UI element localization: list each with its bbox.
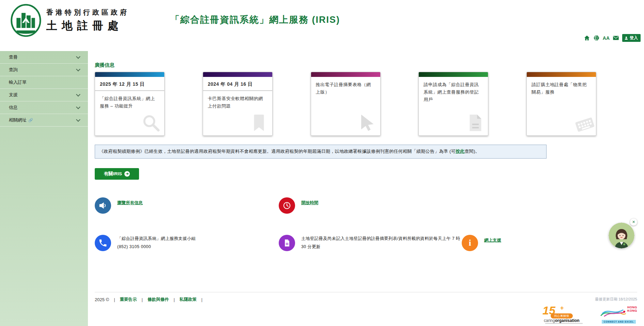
footer: 2025 © | 重要告示 | 條款與條件 | 私隱政策 | 最後更新日期 18… — [95, 292, 637, 324]
notice-click-here-link[interactable]: 按此 — [456, 149, 465, 154]
footer-links: 2025 © | 重要告示 | 條款與條件 | 私隱政策 | — [95, 297, 202, 303]
broadcast-card-iris-upgrade[interactable]: 2025 年 12 月 15 日 「綜合註冊資訊系統」網上服務 – 功能提升 — [95, 72, 165, 136]
arrow-right-icon: ➜ — [124, 171, 130, 177]
footer-logos: 15 + 同心展關懷 caringorganisation — [540, 305, 637, 324]
card-accent-bar — [311, 72, 380, 77]
chatbot-avatar[interactable] — [609, 223, 634, 248]
card-date: 2024 年 04 月 16 日 — [203, 77, 272, 91]
dept-title-block: 香港特別行政區政府 土地註冊處 — [46, 8, 129, 33]
sidebar-item-label: 輸入訂單 — [9, 79, 27, 85]
sidebar-item-label: 查冊 — [9, 54, 18, 60]
separator: | — [201, 297, 202, 302]
header-toolbar: AA 登入 — [584, 34, 641, 42]
info-icon[interactable]: i — [462, 235, 478, 251]
home-icon[interactable] — [584, 35, 590, 41]
magnifier-icon — [141, 113, 161, 133]
sidebar-item-input-order[interactable]: 輸入訂單 — [0, 76, 88, 89]
online-support-link[interactable]: 網上支援 — [484, 238, 501, 243]
about-iris-label: 有關IRIS — [104, 171, 122, 177]
brandhk-tagline: CONNECT AND EXCEL — [602, 320, 636, 324]
card-text: 「綜合註冊資訊系統」網上服務 – 功能提升 — [95, 91, 164, 114]
header: 香港特別行政區政府 土地註冊處 「綜合註冊資訊系統」網上服務 (IRIS) AA — [0, 0, 644, 51]
land-registry-logo: 香港特別行政區政府 土地註冊處 — [10, 3, 129, 37]
dept-name: 土地註冊處 — [46, 18, 129, 33]
chevron-down-icon — [76, 117, 80, 122]
external-link-icon: 🔗 — [28, 118, 33, 123]
sidebar-item-label: 查詢 — [9, 67, 18, 73]
chatbot-widget: ✕ — [609, 223, 635, 249]
sidebar-item-support[interactable]: 支援 — [0, 89, 88, 101]
brand-hongkong-logo: HONG KONG CONNECT AND EXCEL — [600, 305, 637, 324]
footer-right: 最後更新日期 18/12/2025 15 + 同心展關懷 caringorgan… — [540, 297, 637, 324]
cursor-icon — [357, 113, 377, 133]
caring-subtext-placeholder — [545, 323, 583, 324]
person-icon — [624, 36, 628, 40]
chevron-down-icon — [76, 67, 80, 71]
last-updated: 最後更新日期 18/12/2025 — [595, 297, 637, 302]
opening-hours-link[interactable]: 開放時間 — [301, 200, 318, 206]
footer-link-important-notices[interactable]: 重要告示 — [120, 297, 137, 303]
card-text: 卡巴斯基安全軟體相關的網上付款問題 — [203, 91, 272, 114]
chat-close-icon[interactable]: ✕ — [630, 218, 637, 226]
card-text: 請申請成為「綜合註冊資訊系統」網上查冊服務的登記用戶 — [419, 77, 488, 108]
broadcast-card-property-alert[interactable]: 請訂購土地註冊處「物業把關易」服務 — [526, 72, 596, 136]
broadcast-card-register-user[interactable]: 請申請成為「綜合註冊資訊系統」網上查冊服務的登記用戶 — [418, 72, 488, 136]
language-globe-icon[interactable] — [593, 35, 600, 41]
sidebar-item-related-links[interactable]: 相關網址 🔗 — [0, 114, 88, 127]
notice-text-after: 查閱)。 — [465, 149, 480, 154]
footer-link-terms[interactable]: 條款與條件 — [148, 297, 169, 303]
caring-plus: + — [560, 305, 564, 312]
phone-icon — [95, 235, 111, 251]
caring-word2: organisation — [555, 318, 580, 323]
megaphone-icon[interactable] — [95, 197, 111, 214]
page-body: 查冊 查詢 輸入訂單 支援 信息 相關網址 🔗 廣播信息 — [0, 51, 644, 326]
sidebar-item-label: 信息 — [9, 104, 18, 111]
document-icon — [279, 235, 295, 251]
clock-icon[interactable] — [279, 197, 295, 214]
gov-title: 香港特別行政區政府 — [46, 8, 129, 17]
contact-mail-icon[interactable] — [613, 35, 619, 41]
chevron-down-icon — [76, 92, 80, 97]
card-text: 推出電子註冊摘要表格（網上版） — [311, 77, 380, 100]
hotline-title: 「綜合註冊資訊系統」網上服務支援小組 — [117, 235, 219, 243]
login-button[interactable]: 登入 — [622, 34, 641, 42]
sidebar-item-label: 相關網址 — [9, 117, 27, 123]
sidebar-item-label: 支援 — [9, 92, 18, 98]
sidebar-item-information[interactable]: 信息 — [0, 101, 88, 114]
info-links-row-2: 「綜合註冊資訊系統」網上服務支援小組 (852) 3105 0000 土地登記冊… — [95, 235, 644, 251]
register-update-cell: 土地登記冊及尚未記入土地登記冊的註冊摘要列表/資料所載的資料於每天上午 7 時 … — [279, 235, 462, 251]
font-size-button[interactable]: AA — [603, 35, 610, 41]
card-date: 2025 年 12 月 15 日 — [95, 77, 164, 91]
sidebar-item-search[interactable]: 查冊 — [0, 51, 88, 64]
document-icon — [465, 113, 485, 133]
browse-all-messages-cell: 瀏覽所有信息 — [95, 197, 279, 214]
card-accent-bar — [419, 72, 488, 77]
brandhk-wordmark: HONG KONG — [627, 306, 637, 313]
separator: | — [142, 297, 143, 302]
chevron-down-icon — [76, 54, 80, 59]
broadcast-cards: 2025 年 12 月 15 日 「綜合註冊資訊系統」網上服務 – 功能提升 2… — [95, 72, 596, 136]
separator: | — [114, 297, 115, 302]
about-iris-button[interactable]: 有關IRIS ➜ — [95, 168, 139, 180]
separator: | — [173, 297, 174, 302]
copyright: 2025 © — [95, 297, 109, 302]
land-registry-emblem-icon — [10, 3, 42, 37]
card-accent-bar — [527, 72, 596, 77]
page-title: 「綜合註冊資訊系統」網上服務 (IRIS) — [170, 14, 340, 26]
opening-hours-cell: 開放時間 — [279, 197, 318, 214]
card-accent-bar — [95, 72, 164, 77]
caring-badge: 同心展關懷 — [551, 313, 573, 319]
footer-link-privacy[interactable]: 私隱政策 — [180, 297, 197, 303]
login-label: 登入 — [630, 35, 638, 41]
broadcast-card-eform[interactable]: 推出電子註冊摘要表格（網上版） — [311, 72, 381, 136]
register-update-note: 土地登記冊及尚未記入土地登記冊的註冊摘要列表/資料所載的資料於每天上午 7 時 … — [301, 235, 462, 251]
online-support-cell: i 網上支援 — [462, 235, 501, 251]
broadcast-heading: 廣播信息 — [95, 62, 644, 68]
caring-word1: caring — [544, 318, 555, 323]
main-content: 廣播信息 2025 年 12 月 15 日 「綜合註冊資訊系統」網上服務 – 功… — [88, 51, 644, 326]
browse-all-messages-link[interactable]: 瀏覽所有信息 — [117, 200, 143, 206]
support-hotline-text: 「綜合註冊資訊系統」網上服務支援小組 (852) 3105 0000 — [117, 235, 219, 251]
info-links-row-1: 瀏覽所有信息 開放時間 — [95, 197, 644, 214]
broadcast-card-kaspersky[interactable]: 2024 年 04 月 16 日 卡巴斯基安全軟體相關的網上付款問題 — [203, 72, 273, 136]
sidebar-item-enquiry[interactable]: 查詢 — [0, 64, 88, 76]
